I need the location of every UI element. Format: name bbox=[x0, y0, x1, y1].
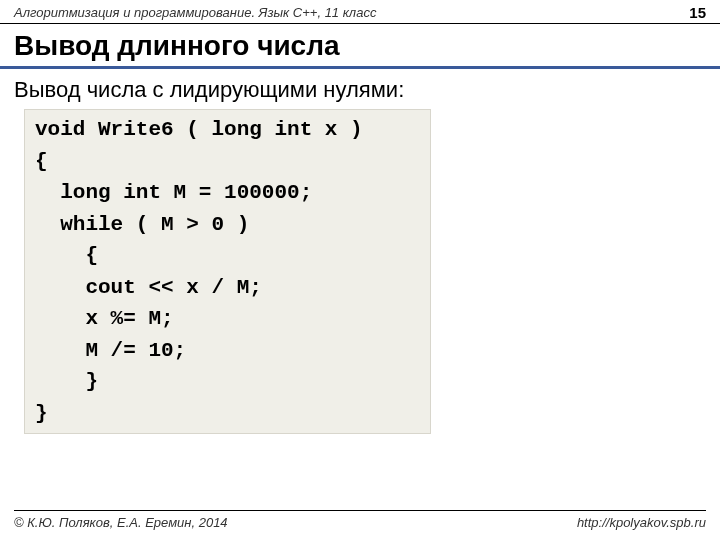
code-block: void Write6 ( long int x ) { long int M … bbox=[24, 109, 431, 434]
copyright-text: © К.Ю. Поляков, Е.А. Еремин, 2014 bbox=[14, 515, 228, 530]
code-line: } bbox=[35, 370, 98, 393]
code-line: void Write6 ( long int x ) bbox=[35, 118, 363, 141]
slide-title: Вывод длинного числа bbox=[0, 24, 720, 69]
footer-url: http://kpolyakov.spb.ru bbox=[577, 515, 706, 530]
course-label: Алгоритмизация и программирование. Язык … bbox=[14, 5, 376, 20]
code-line: { bbox=[35, 244, 98, 267]
code-line: } bbox=[35, 402, 48, 425]
code-line: while ( M > 0 ) bbox=[35, 213, 249, 236]
slide-header: Алгоритмизация и программирование. Язык … bbox=[0, 0, 720, 24]
page-number: 15 bbox=[689, 4, 706, 21]
code-line: long int M = 100000; bbox=[35, 181, 312, 204]
code-line: cout << x / M; bbox=[35, 276, 262, 299]
slide-footer: © К.Ю. Поляков, Е.А. Еремин, 2014 http:/… bbox=[14, 510, 706, 530]
code-line: { bbox=[35, 150, 48, 173]
code-line: x %= M; bbox=[35, 307, 174, 330]
code-line: M /= 10; bbox=[35, 339, 186, 362]
slide-subtitle: Вывод числа с лидирующими нулями: bbox=[0, 69, 720, 109]
